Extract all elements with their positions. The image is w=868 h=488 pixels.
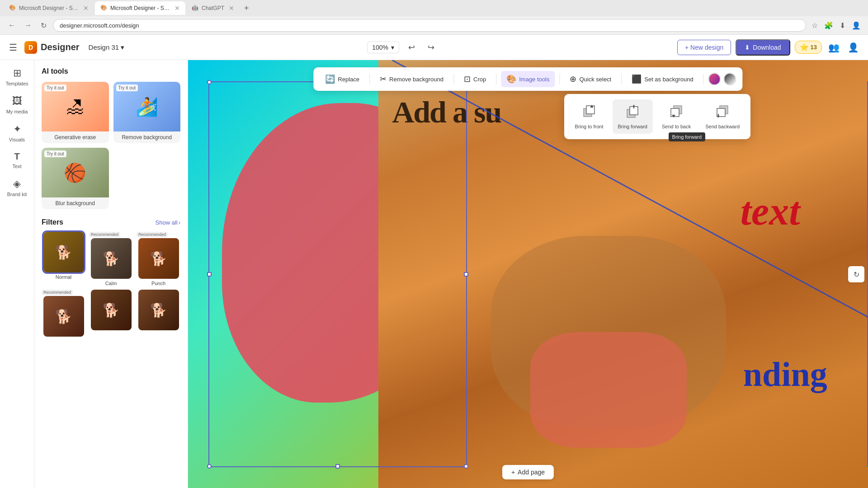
tool-generative-erase[interactable]: 🏖 Try it out Generative erase (42, 82, 109, 143)
app-logo: D Designer (24, 41, 80, 54)
sidebar-item-visuals[interactable]: ✦ Visuals (2, 120, 33, 146)
url-text: designer.microsoft.com/design (60, 22, 139, 29)
filter-normal-img: 🐕 (43, 232, 84, 272)
refresh-button[interactable]: ↻ (38, 19, 49, 32)
bring-forward-button[interactable]: Bring forward (613, 99, 653, 134)
download-label: Download (753, 44, 781, 51)
undo-button[interactable]: ↩ (405, 41, 419, 54)
left-sidebar: ⊞ Templates 🖼 My media ✦ Visuals T Text … (0, 60, 34, 488)
bring-forward-icon (625, 104, 640, 121)
bring-to-front-label: Bring to front (575, 124, 604, 129)
coin-icon: ⭐ (800, 43, 809, 52)
filter-row2-3[interactable]: 🐕 (137, 290, 180, 337)
filter-row2-1-badge: Recommended (42, 290, 73, 295)
filter-punch-img: 🐕 (138, 238, 179, 279)
style-circle-button[interactable] (708, 73, 721, 85)
send-backward-button[interactable]: Send backward (700, 99, 745, 134)
back-button[interactable]: ← (5, 19, 18, 31)
profile-icon[interactable]: 👤 (850, 19, 863, 32)
separator-1 (369, 74, 370, 84)
dog-content (452, 81, 844, 467)
download-icon[interactable]: ⬇ (838, 19, 847, 32)
dog-mouth (530, 332, 687, 448)
send-backward-label: Send backward (705, 124, 740, 129)
canvas-toolbar: 🔄 Replace ✂ Remove background ⊡ Crop 🎨 I… (313, 67, 742, 91)
canvas-background[interactable]: Add a su text nding (188, 60, 868, 488)
tool-blur-background[interactable]: 🏀 Try it out Blur background (42, 148, 109, 209)
rotate-control-button[interactable]: ↻ (848, 266, 864, 282)
tab-3[interactable]: 🤖 ChatGPT ✕ (186, 1, 240, 15)
remove-bg-badge: Try it out (116, 84, 138, 91)
new-tab-button[interactable]: + (241, 4, 253, 13)
filter-row2-1[interactable]: Recommended 🐕 (42, 290, 85, 337)
extensions-icon[interactable]: 🧩 (822, 19, 835, 32)
set-as-bg-label: Set as background (644, 76, 693, 83)
filter-punch[interactable]: Recommended 🐕 Punch (137, 232, 180, 286)
tab3-favicon: 🤖 (192, 5, 199, 12)
tools-grid: 🏖 Try it out Generative erase 🏄 Try it o… (42, 82, 180, 209)
bring-forward-label: Bring forward (618, 124, 647, 129)
topbar: ☰ D Designer Design 31 ▾ 100% ▾ ↩ ↪ + Ne… (0, 35, 868, 60)
url-input[interactable]: designer.microsoft.com/design (53, 19, 806, 32)
tab2-label: Microsoft Designer - Stunning (110, 5, 170, 11)
filter-row2-2-img: 🐕 (91, 290, 132, 330)
tab-2[interactable]: 🎨 Microsoft Designer - Stunning ✕ (95, 1, 185, 15)
sidebar-item-text[interactable]: T Text (2, 148, 33, 173)
contrast-circle-button[interactable] (724, 73, 736, 85)
send-to-back-label: Send to back (662, 124, 691, 129)
send-to-back-icon (669, 104, 684, 121)
zoom-control[interactable]: 100% ▾ (367, 42, 399, 53)
filter-calm[interactable]: Recommended 🐕 Calm (89, 232, 133, 286)
tab2-close[interactable]: ✕ (175, 5, 180, 12)
tool-remove-background[interactable]: 🏄 Try it out Remove background (113, 82, 181, 143)
text-icon: T (14, 151, 19, 162)
app-container: ☰ D Designer Design 31 ▾ 100% ▾ ↩ ↪ + Ne… (0, 35, 868, 488)
svg-marker-6 (632, 105, 635, 107)
sidebar-item-brand-kit[interactable]: ◈ Brand kit (2, 174, 33, 201)
visuals-icon: ✦ (13, 123, 21, 135)
bring-forward-tooltip: Bring forward (669, 132, 705, 141)
new-design-button[interactable]: + New design (677, 40, 731, 55)
topbar-right: + New design ⬇ Download ⭐ 13 👥 👤 (677, 39, 861, 56)
zoom-level: 100% (372, 44, 388, 51)
add-page-button[interactable]: + Add page (502, 465, 554, 479)
filter-calm-img: 🐕 (91, 238, 132, 279)
send-to-back-button[interactable]: Send to back (656, 99, 696, 134)
account-button[interactable]: 👤 (846, 40, 861, 55)
tab1-close[interactable]: ✕ (83, 5, 89, 12)
filters-title: Filters (42, 218, 63, 226)
bookmark-icon[interactable]: ☆ (810, 19, 820, 32)
quick-select-button[interactable]: ⊕ Quick select (564, 71, 617, 87)
hamburger-menu[interactable]: ☰ (7, 40, 19, 55)
sidebar-item-my-media[interactable]: 🖼 My media (2, 92, 33, 118)
redo-button[interactable]: ↪ (424, 41, 438, 54)
download-button[interactable]: ⬇ Download (736, 39, 790, 56)
remove-bg-toolbar-label: Remove background (389, 76, 443, 83)
filter-row2-2[interactable]: 🐕 (89, 290, 133, 337)
sidebar-item-templates[interactable]: ⊞ Templates (2, 64, 33, 90)
filter-normal-label: Normal (56, 274, 71, 280)
image-tools-button[interactable]: 🎨 Image tools (501, 71, 555, 87)
canvas-area[interactable]: 🔄 Replace ✂ Remove background ⊡ Crop 🎨 I… (188, 60, 868, 488)
show-all-button[interactable]: Show all › (156, 219, 180, 226)
replace-button[interactable]: 🔄 Replace (320, 71, 365, 87)
address-actions: ☆ 🧩 ⬇ 👤 (810, 19, 863, 32)
filter-calm-label: Calm (105, 281, 117, 286)
tab-1[interactable]: 🎨 Microsoft Designer - Stunning ✕ (4, 1, 94, 15)
bring-to-front-button[interactable]: Bring to front (570, 99, 609, 134)
rotate-icon: ↻ (854, 270, 859, 279)
logo-icon: D (24, 41, 37, 54)
canvas-content[interactable]: Add a su text nding (188, 60, 868, 488)
share-button[interactable]: 👥 (826, 40, 841, 55)
bring-to-front-icon (582, 104, 596, 121)
filter-normal[interactable]: 🐕 Normal (42, 232, 85, 286)
design-name-button[interactable]: Design 31 ▾ (85, 42, 128, 53)
remove-bg-button[interactable]: ✂ Remove background (374, 71, 449, 87)
forward-button[interactable]: → (22, 19, 34, 31)
set-as-bg-button[interactable]: ⬛ Set as background (626, 71, 698, 87)
crop-button[interactable]: ⊡ Crop (458, 71, 491, 87)
tab3-close[interactable]: ✕ (229, 5, 234, 12)
crop-label: Crop (473, 76, 486, 83)
separator-2 (453, 74, 454, 84)
filters-header: Filters Show all › (42, 218, 180, 226)
